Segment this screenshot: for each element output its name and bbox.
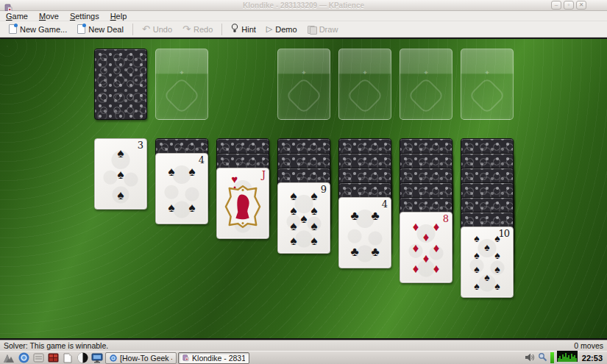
window-titlebar[interactable]: Klondike - 283133209 — KPatience – ▫ ✕ xyxy=(0,0,607,11)
demo-button[interactable]: ▷ Demo xyxy=(261,23,302,35)
court-portrait-icon xyxy=(224,185,261,232)
taskbar: [How-To Geek - ... Klondike - 28313... 2… xyxy=(0,351,607,364)
suit-spade-icon: ♠ xyxy=(494,264,500,274)
load-meter-bar[interactable] xyxy=(550,352,554,363)
foundation-pile-2[interactable] xyxy=(338,49,391,120)
suit-club-icon: ♣ xyxy=(371,209,379,221)
card-rank: 4 xyxy=(199,154,204,165)
close-button[interactable]: ✕ xyxy=(576,1,586,10)
window-title: Klondike - 283133209 — KPatience xyxy=(0,1,607,10)
suit-diamond-icon: ♦ xyxy=(413,221,419,233)
solver-status: Solver: This game is winnable. xyxy=(4,341,108,350)
card-rank: J xyxy=(262,169,265,180)
load-graph[interactable] xyxy=(557,351,578,364)
statusbar: Solver: This game is winnable. 0 moves xyxy=(0,340,607,351)
menubar: Game Move Settings Help xyxy=(0,11,607,21)
suit-spade-icon: ♠ xyxy=(474,250,479,260)
card-rank: 3 xyxy=(138,140,143,151)
suit-spade-icon: ♠ xyxy=(494,233,500,243)
suit-club-icon: ♣ xyxy=(350,209,358,221)
app-launcher-icon[interactable] xyxy=(2,352,15,364)
media-launcher-icon[interactable] xyxy=(76,352,89,364)
suit-spade-icon: ♠ xyxy=(300,212,307,224)
new-deal-icon xyxy=(77,24,85,34)
toolbar: New Game... New Deal ↶ Undo ↷ Redo Hint … xyxy=(0,21,607,38)
document-launcher-icon[interactable] xyxy=(61,352,74,364)
volume-icon[interactable] xyxy=(525,351,535,364)
suit-spade-icon: ♠ xyxy=(117,147,124,160)
klondike-window-icon xyxy=(182,354,189,362)
redo-arrow-icon: ↷ xyxy=(182,24,191,34)
suit-spade-icon: ♠ xyxy=(168,165,174,177)
new-game-button[interactable]: New Game... xyxy=(4,23,72,35)
minimize-button[interactable]: – xyxy=(551,1,561,10)
new-game-icon xyxy=(9,24,17,34)
suit-diamond-icon: ♦ xyxy=(433,263,440,275)
suit-spade-icon: ♠ xyxy=(474,264,479,274)
tableau-5-faceup-card[interactable]: 4♣♣♣♣ xyxy=(338,197,391,268)
menu-game[interactable]: Game xyxy=(6,12,35,21)
suit-spade-icon: ♠ xyxy=(474,281,479,291)
redo-button[interactable]: ↷ Redo xyxy=(177,23,218,35)
undo-arrow-icon: ↶ xyxy=(142,24,150,34)
menu-move[interactable]: Move xyxy=(39,12,65,21)
suit-diamond-icon: ♦ xyxy=(423,251,430,264)
suit-diamond-icon: ♦ xyxy=(433,221,440,233)
toolbar-separator xyxy=(132,24,133,35)
archive-launcher-icon[interactable] xyxy=(32,352,45,364)
suit-spade-icon: ♠ xyxy=(310,219,317,232)
suit-spade-icon: ♠ xyxy=(290,190,297,202)
suit-diamond-icon: ♦ xyxy=(433,241,440,254)
browser-launcher-icon[interactable] xyxy=(17,352,30,364)
hint-button[interactable]: Hint xyxy=(226,22,261,36)
tableau-7-faceup-card[interactable]: 10♠♠♠♠♠♠♠♠♠♠ xyxy=(461,226,514,298)
card-rank: 8 xyxy=(443,213,448,224)
suit-spade-icon: ♠ xyxy=(474,233,479,243)
monitor-launcher-icon[interactable] xyxy=(90,352,104,364)
tableau-2-faceup-card[interactable]: 4♠♠♠♠ xyxy=(155,153,208,224)
foundation-pile-4[interactable] xyxy=(461,49,514,120)
taskbar-window-klondike[interactable]: Klondike - 28313... xyxy=(178,352,249,364)
stock-pile[interactable] xyxy=(94,49,147,120)
undo-button[interactable]: ↶ Undo xyxy=(137,23,177,35)
browser-window-icon xyxy=(110,354,117,363)
suit-spade-icon: ♠ xyxy=(494,250,500,260)
foundation-pile-3[interactable] xyxy=(400,49,452,120)
taskbar-window-browser[interactable]: [How-To Geek - ... xyxy=(105,352,177,364)
tableau-4-faceup-card[interactable]: 9♠♠♠♠♠♠♠♠♠ xyxy=(277,182,330,254)
game-grid-launcher-icon[interactable] xyxy=(46,352,60,364)
suit-club-icon: ♣ xyxy=(350,246,358,258)
suit-club-icon: ♣ xyxy=(371,246,379,258)
menu-settings[interactable]: Settings xyxy=(70,12,106,21)
suit-spade-icon: ♠ xyxy=(310,190,317,202)
draw-button[interactable]: Draw xyxy=(302,24,344,35)
tableau-6-faceup-card[interactable]: 8♦♦♦♦♦♦♦♦ xyxy=(400,212,452,283)
tray-tool-icon[interactable] xyxy=(538,351,547,364)
waste-pile[interactable] xyxy=(155,49,208,120)
suit-spade-icon: ♠ xyxy=(188,201,195,214)
move-counter: 0 moves xyxy=(574,341,603,350)
taskbar-clock: 22:53 xyxy=(581,354,605,363)
suit-spade-icon: ♠ xyxy=(290,234,297,246)
suit-diamond-icon: ♦ xyxy=(413,241,419,254)
suit-spade-icon: ♠ xyxy=(494,281,500,291)
card-rank: 9 xyxy=(321,184,326,195)
suit-spade-icon: ♠ xyxy=(484,272,489,282)
tableau-1-faceup-card[interactable]: 3♠♠♠ xyxy=(94,138,147,210)
menu-help[interactable]: Help xyxy=(110,12,134,21)
draw-cards-icon xyxy=(308,26,316,33)
foundation-pile-1[interactable] xyxy=(277,49,330,120)
suit-diamond-icon: ♦ xyxy=(413,263,419,275)
new-deal-button[interactable]: New Deal xyxy=(72,23,129,35)
suit-spade-icon: ♠ xyxy=(484,242,489,252)
kpatience-window-icon[interactable] xyxy=(4,1,13,10)
maximize-button[interactable]: ▫ xyxy=(564,1,574,10)
suit-heart-icon: ♥ xyxy=(231,174,238,185)
lightbulb-icon xyxy=(231,24,238,35)
suit-spade-icon: ♠ xyxy=(310,204,317,217)
suit-spade-icon: ♠ xyxy=(168,201,174,214)
tableau-3-faceup-card[interactable]: J♥ xyxy=(216,168,269,239)
play-icon: ▷ xyxy=(266,24,272,34)
desktop: Klondike - 283133209 — KPatience – ▫ ✕ G… xyxy=(0,0,607,364)
suit-spade-icon: ♠ xyxy=(117,189,124,201)
